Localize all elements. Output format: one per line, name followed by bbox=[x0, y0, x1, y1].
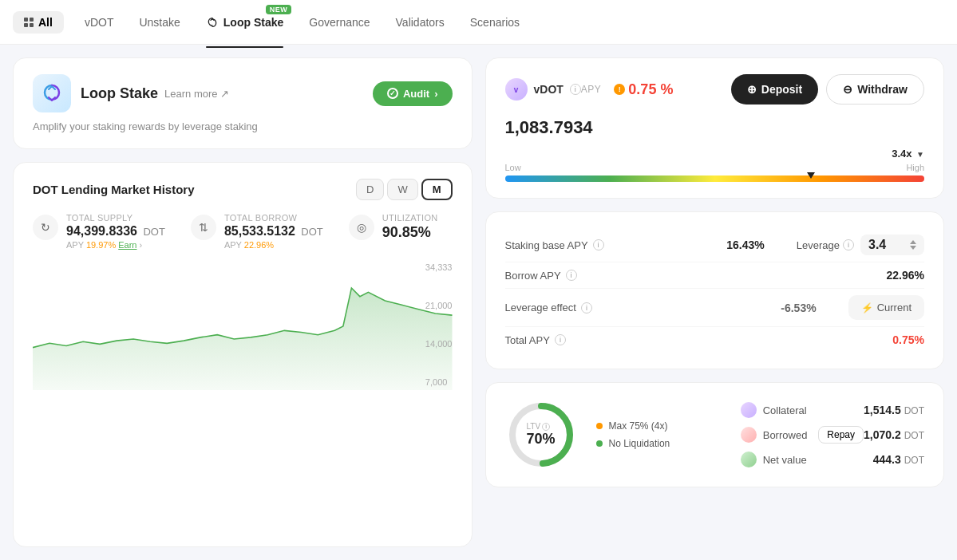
loop-stake-title: Loop Stake bbox=[81, 85, 158, 102]
loop-logo-icon bbox=[41, 82, 63, 105]
utilization-icon: ◎ bbox=[349, 215, 374, 240]
loop-stake-card: Loop Stake Learn more ↗ ✓ Audit › Amplif… bbox=[13, 57, 473, 149]
deposit-button[interactable]: ⊕ Deposit bbox=[731, 74, 818, 105]
all-label: All bbox=[38, 16, 53, 29]
period-day-button[interactable]: D bbox=[356, 179, 384, 200]
sidebar-item-loop-stake[interactable]: NEW Loop Stake bbox=[195, 11, 295, 34]
collateral-dot bbox=[741, 402, 757, 418]
total-borrow-apy: APY 22.96% bbox=[224, 240, 323, 250]
leverage-value: 3.4 bbox=[868, 238, 886, 252]
leverage-down-arrow[interactable] bbox=[910, 246, 916, 250]
sidebar-item-validators[interactable]: Validators bbox=[385, 11, 456, 34]
staking-base-apy-info-icon[interactable]: i bbox=[593, 239, 604, 250]
total-borrow-stat: ⇅ Total Borrow 85,533.5132 DOT APY 22.96… bbox=[191, 213, 323, 250]
net-value-row: Net value 444.3 DOT bbox=[741, 452, 924, 467]
ltv-circle: LTV i 70% bbox=[505, 399, 577, 471]
staking-base-apy-value: 16.43% bbox=[726, 239, 764, 251]
borrow-apy-row: Borrow APY i 22.96% bbox=[505, 262, 925, 289]
borrow-apy-value: 22.96% bbox=[887, 269, 924, 282]
period-week-button[interactable]: W bbox=[387, 179, 417, 200]
borrow-apy-info-icon[interactable]: i bbox=[566, 270, 577, 281]
leverage-effect-row: Leverage effect i -6.53% ⚡ Current bbox=[505, 289, 925, 327]
max-ltv-bullet: Max 75% (4x) bbox=[596, 420, 670, 432]
bullet-dot-yellow bbox=[596, 423, 603, 429]
external-link-icon: ↗ bbox=[220, 88, 229, 100]
sidebar-item-unstake[interactable]: Unstake bbox=[128, 11, 191, 34]
ltv-info-icon[interactable]: i bbox=[542, 423, 550, 431]
withdraw-button[interactable]: ⊖ Withdraw bbox=[826, 74, 924, 105]
leverage-control[interactable]: 3.4 bbox=[860, 235, 924, 255]
all-button[interactable]: All bbox=[13, 11, 64, 34]
withdraw-icon: ⊖ bbox=[843, 83, 852, 96]
leverage-info-icon[interactable]: i bbox=[843, 239, 854, 250]
sidebar-item-vdot[interactable]: vDOT bbox=[73, 11, 125, 34]
gradient-marker bbox=[807, 172, 815, 179]
sidebar-item-scenarios[interactable]: Scenarios bbox=[459, 11, 531, 34]
no-liquidation-bullet: No Liquidation bbox=[596, 438, 670, 449]
leverage-effect-info-icon[interactable]: i bbox=[581, 302, 592, 314]
net-value-dot bbox=[741, 452, 757, 467]
total-apy-info-icon[interactable]: i bbox=[555, 334, 566, 345]
warning-icon: ! bbox=[614, 84, 625, 95]
lending-title: DOT Lending Market History bbox=[33, 183, 195, 196]
total-supply-apy: APY 19.97% Earn › bbox=[66, 240, 165, 250]
gradient-bar-section: 3.4x ▼ Low High bbox=[505, 148, 925, 182]
apy-section: APY ! 0.75 % bbox=[581, 81, 674, 98]
new-badge: NEW bbox=[266, 5, 292, 14]
vdot-info-icon[interactable]: i bbox=[570, 84, 581, 95]
total-supply-value: 94,399.8336 DOT bbox=[66, 224, 165, 239]
leverage-effect-value: -6.53% bbox=[781, 302, 816, 314]
supply-icon: ↻ bbox=[33, 215, 58, 240]
utilization-stat: ◎ Utilization 90.85% bbox=[349, 213, 438, 250]
staking-base-apy-row: Staking base APY i 16.43% Leverage i 3.4 bbox=[505, 228, 925, 262]
collateral-row: Collateral 1,514.5 DOT bbox=[741, 402, 924, 418]
ltv-percentage: 70% bbox=[526, 431, 555, 448]
vdot-label: vDOT bbox=[534, 83, 564, 96]
deposit-icon: ⊕ bbox=[747, 83, 757, 96]
left-column: Loop Stake Learn more ↗ ✓ Audit › Amplif… bbox=[13, 57, 473, 547]
total-borrow-value: 85,533.5132 DOT bbox=[224, 224, 323, 239]
total-supply-stat: ↻ Total Supply 94,399.8336 DOT APY 19.97… bbox=[33, 213, 165, 250]
borrowed-value: 1,070.2 DOT bbox=[864, 428, 924, 441]
loop-logo bbox=[33, 74, 71, 112]
multiplier-value: 3.4x bbox=[892, 148, 912, 160]
total-apy-row: Total APY i 0.75% bbox=[505, 327, 925, 353]
audit-button[interactable]: ✓ Audit › bbox=[373, 81, 453, 106]
leverage-up-arrow[interactable] bbox=[910, 240, 916, 244]
low-label: Low bbox=[505, 163, 521, 172]
collateral-value: 1,514.5 DOT bbox=[864, 404, 924, 416]
apy-value: ! 0.75 % bbox=[614, 81, 673, 98]
repay-button[interactable]: Repay bbox=[818, 426, 864, 444]
learn-more-link[interactable]: Learn more ↗ bbox=[164, 88, 228, 100]
sidebar-item-governance[interactable]: Governance bbox=[298, 11, 381, 34]
lending-stats: ↻ Total Supply 94,399.8336 DOT APY 19.97… bbox=[33, 213, 453, 250]
loop-stake-title-group: Loop Stake Learn more ↗ bbox=[33, 74, 229, 112]
vdot-icon: v bbox=[505, 78, 528, 101]
loop-description: Amplify your staking rewards by leverage… bbox=[33, 120, 453, 132]
period-buttons: D W M bbox=[356, 179, 453, 200]
utilization-label: Utilization bbox=[382, 213, 438, 223]
high-label: High bbox=[906, 163, 924, 172]
borrowed-row: Borrowed Repay 1,070.2 DOT bbox=[741, 426, 924, 444]
lending-market-card: DOT Lending Market History D W M ↻ Total… bbox=[13, 162, 473, 547]
total-borrow-label: Total Borrow bbox=[224, 213, 323, 223]
lending-chart: 34,333 21,000 14,000 7,000 bbox=[33, 262, 453, 390]
vdot-value: 1,083.7934 bbox=[505, 117, 593, 138]
period-month-button[interactable]: M bbox=[421, 179, 453, 200]
staking-details-card: Staking base APY i 16.43% Leverage i 3.4 bbox=[485, 211, 945, 369]
action-buttons: ⊕ Deposit ⊖ Withdraw bbox=[731, 74, 924, 105]
leverage-arrows bbox=[910, 240, 916, 250]
earn-link[interactable]: Earn bbox=[118, 240, 136, 250]
ltv-info: Max 75% (4x) No Liquidation bbox=[596, 420, 670, 449]
checkmark-icon: ✓ bbox=[387, 88, 398, 99]
chart-svg bbox=[33, 262, 453, 390]
top-nav: All vDOT Unstake NEW Loop Stake Governan… bbox=[0, 0, 957, 45]
current-button[interactable]: ⚡ Current bbox=[848, 295, 924, 320]
main-content: Loop Stake Learn more ↗ ✓ Audit › Amplif… bbox=[0, 45, 957, 560]
gradient-bar bbox=[505, 175, 925, 182]
portfolio-card: LTV i 70% Max 75% (4x) No Liquidation bbox=[485, 382, 945, 487]
lightning-icon: ⚡ bbox=[861, 302, 873, 314]
grid-icon bbox=[24, 18, 34, 27]
borrowed-dot bbox=[741, 427, 757, 443]
chevron-right-icon: › bbox=[434, 88, 437, 100]
